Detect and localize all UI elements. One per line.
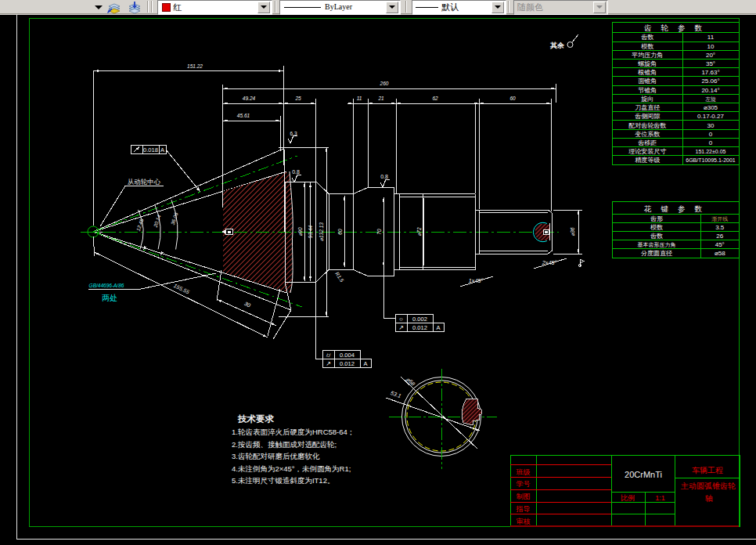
svg-text:11: 11 [357, 96, 362, 101]
svg-text:班级: 班级 [517, 468, 531, 476]
svg-text:3.5: 3.5 [715, 224, 725, 231]
svg-text:2.按齿频、接触面成对选配齿轮;: 2.按齿频、接触面成对选配齿轮; [232, 440, 337, 449]
svg-text:↗: ↗ [398, 324, 404, 331]
svg-text:60: 60 [337, 229, 343, 235]
svg-text:制图: 制图 [517, 493, 531, 500]
svg-text:25: 25 [294, 96, 301, 101]
svg-text:93.44: 93.44 [308, 225, 313, 238]
svg-text:○: ○ [399, 316, 403, 323]
svg-text:⌀305: ⌀305 [704, 104, 718, 111]
svg-text:A: A [160, 146, 164, 153]
svg-text:20°: 20° [706, 52, 715, 59]
svg-text:渐开线: 渐开线 [711, 216, 728, 222]
svg-text:45°: 45° [715, 241, 725, 248]
svg-text:⌀90: ⌀90 [297, 227, 303, 236]
svg-text:0.018: 0.018 [143, 146, 158, 153]
svg-text:基本齿形压力角: 基本齿形压力角 [638, 242, 676, 248]
svg-text:左旋: 左旋 [705, 96, 716, 103]
svg-text:刀盘直径: 刀盘直径 [635, 104, 660, 111]
svg-text:26: 26 [716, 233, 723, 240]
svg-text:20.14°: 20.14° [701, 87, 719, 94]
svg-text:⌀58: ⌀58 [715, 250, 725, 257]
svg-text:0.012: 0.012 [340, 360, 355, 367]
svg-text:面锥角: 面锥角 [638, 78, 657, 85]
svg-text:模数: 模数 [641, 43, 653, 50]
svg-text:车辆工程: 车辆工程 [692, 466, 723, 475]
svg-text:3.齿轮配对研磨后优磨软化: 3.齿轮配对研磨后优磨软化 [232, 452, 320, 460]
svg-text:11: 11 [707, 34, 715, 41]
svg-text:⌀132.13: ⌀132.13 [319, 222, 324, 241]
svg-text:20CrMnTi: 20CrMnTi [625, 470, 662, 479]
svg-text:0.8: 0.8 [292, 169, 300, 175]
svg-text:根锥角: 根锥角 [637, 69, 657, 76]
svg-text:学号: 学号 [517, 480, 531, 488]
svg-text:平均压力角: 平均压力角 [632, 52, 663, 59]
svg-text:6.3: 6.3 [290, 131, 297, 136]
svg-text:70: 70 [376, 229, 382, 235]
svg-text:5.未注明尺寸锻造斜度为IT12。: 5.未注明尺寸锻造斜度为IT12。 [232, 476, 334, 485]
svg-text:260: 260 [380, 81, 389, 86]
svg-text:花键参数: 花键参数 [643, 204, 711, 213]
svg-text:⌀72: ⌀72 [416, 227, 422, 236]
svg-text:6GB/T10095.1-2001: 6GB/T10095.1-2001 [686, 157, 736, 163]
svg-text:节锥角: 节锥角 [638, 87, 657, 94]
svg-text:⌭: ⌭ [326, 352, 331, 359]
svg-text:0.004: 0.004 [340, 352, 355, 359]
svg-text:45.61: 45.61 [237, 113, 250, 118]
svg-text:151.22±0.05: 151.22±0.05 [696, 149, 726, 154]
svg-text:0.17-0.27: 0.17-0.27 [697, 113, 724, 120]
svg-text:35°: 35° [706, 60, 715, 67]
svg-text:10: 10 [707, 43, 715, 50]
svg-text:理论安装尺寸: 理论安装尺寸 [628, 148, 666, 155]
svg-text:151.22: 151.22 [187, 63, 203, 69]
svg-text:其余: 其余 [549, 42, 565, 49]
svg-text:↗: ↗ [326, 360, 331, 367]
svg-text:精度等级: 精度等级 [635, 157, 660, 164]
svg-text:模数: 模数 [650, 224, 663, 231]
svg-text:齿轮参数: 齿轮参数 [644, 23, 711, 32]
svg-text:A: A [436, 324, 440, 331]
svg-text:配对齿轮齿数: 配对齿轮齿数 [628, 122, 666, 129]
svg-text:1×45°: 1×45° [469, 278, 484, 283]
svg-text:2×45°: 2×45° [542, 260, 557, 265]
svg-text:主动圆弧锥齿轮: 主动圆弧锥齿轮 [680, 482, 736, 490]
svg-text:从动轮中心: 从动轮中心 [128, 178, 161, 186]
svg-text:齿移距: 齿移距 [638, 139, 657, 146]
svg-text:0.8: 0.8 [380, 174, 388, 179]
svg-text:0.002: 0.002 [412, 316, 427, 323]
svg-text:齿数: 齿数 [641, 34, 653, 41]
svg-text:0: 0 [709, 139, 713, 146]
svg-text:轴: 轴 [704, 494, 713, 503]
svg-text:A: A [363, 360, 367, 367]
svg-text:25.06°: 25.06° [701, 78, 719, 85]
svg-text:两处: 两处 [102, 294, 117, 302]
svg-text:21: 21 [377, 96, 384, 101]
svg-text:旋向: 旋向 [641, 96, 653, 103]
svg-text:分度圆直径: 分度圆直径 [641, 250, 672, 257]
svg-text:0.012: 0.012 [412, 324, 427, 331]
svg-text:审核: 审核 [517, 518, 531, 525]
svg-text:⌀36: ⌀36 [570, 227, 575, 236]
svg-text:螺旋角: 螺旋角 [638, 60, 657, 67]
svg-text:60: 60 [509, 96, 516, 101]
svg-text:变位系数: 变位系数 [635, 131, 660, 138]
svg-text:齿数: 齿数 [650, 233, 663, 240]
svg-text:1:1: 1:1 [655, 494, 665, 502]
svg-text:0: 0 [709, 131, 713, 138]
svg-text:62: 62 [432, 96, 438, 101]
svg-text:齿侧间隙: 齿侧间隙 [635, 113, 661, 120]
svg-text:49.24: 49.24 [243, 96, 256, 101]
svg-text:技术要求: 技术要求 [237, 414, 275, 424]
svg-text:比例: 比例 [621, 494, 635, 502]
svg-text:1.轮齿表面淬火后硬度为HRC58-64；: 1.轮齿表面淬火后硬度为HRC58-64； [232, 428, 355, 436]
svg-text:齿形: 齿形 [650, 215, 663, 222]
svg-text:4.未注倒角为2×45°，未倒圆角为R1;: 4.未注倒角为2×45°，未倒圆角为R1; [232, 464, 351, 473]
svg-text:30: 30 [707, 122, 715, 129]
svg-text:17.63°: 17.63° [701, 69, 719, 76]
svg-text:指导: 指导 [516, 505, 531, 513]
svg-text:GB/44696-A/86: GB/44696-A/86 [89, 283, 124, 288]
